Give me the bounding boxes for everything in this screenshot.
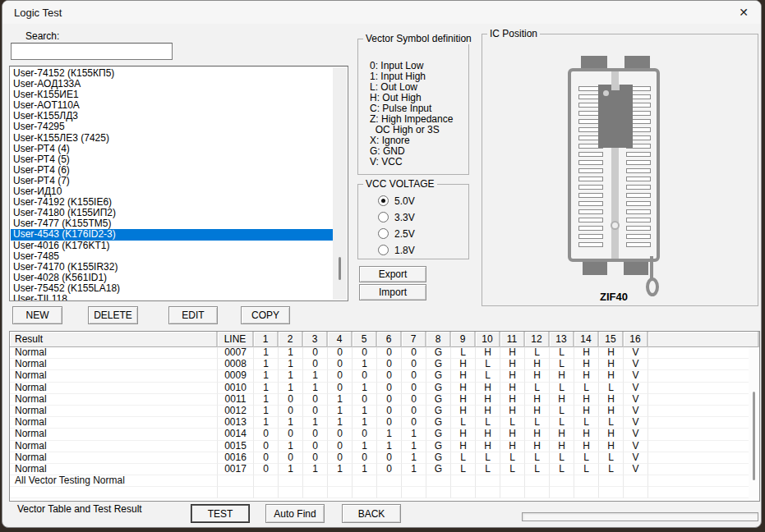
- radio-icon[interactable]: [378, 195, 389, 206]
- vector-cell: H: [599, 394, 624, 406]
- pin-slot: [626, 218, 651, 222]
- table-row[interactable]: Normal00140000011GHHHHHHHV: [10, 429, 759, 440]
- vcc-option[interactable]: 2.5V: [378, 228, 415, 239]
- result-cell: Normal: [10, 370, 218, 382]
- list-item[interactable]: User-75452 (K155LA18): [11, 283, 333, 294]
- test-button[interactable]: TEST: [191, 504, 250, 523]
- table-row[interactable]: Normal00081100100GHLHHLHHV: [10, 359, 759, 370]
- list-item[interactable]: User-4543 (K176ID2-3): [11, 229, 333, 240]
- column-header[interactable]: 1: [254, 332, 279, 347]
- list-item[interactable]: User-74170 (K155IR32): [11, 262, 333, 273]
- table-row[interactable]: Normal00160000001GLLLLLLLV: [10, 452, 759, 464]
- table-row[interactable]: All Vector Testing Normal: [10, 475, 759, 487]
- column-header[interactable]: 15: [599, 332, 624, 347]
- vector-cell: [550, 487, 574, 498]
- radio-icon[interactable]: [378, 228, 389, 239]
- column-header[interactable]: 11: [500, 332, 525, 347]
- close-icon[interactable]: ✕: [735, 3, 753, 21]
- list-item[interactable]: User-7477 (K155TM5): [11, 218, 333, 229]
- column-header[interactable]: 12: [525, 332, 550, 347]
- column-header[interactable]: 6: [377, 332, 402, 347]
- table-row[interactable]: Normal00121001100GHHHHLHHV: [10, 406, 759, 417]
- list-item[interactable]: User-7485: [11, 251, 333, 262]
- table-row[interactable]: Normal00111001000GHHHHHHHV: [10, 394, 759, 406]
- table-row[interactable]: Normal00170111101GLLLLLLLV: [10, 464, 759, 475]
- pin-slot: [578, 201, 603, 206]
- socket-tab: [581, 56, 607, 69]
- column-header[interactable]: 3: [303, 332, 328, 347]
- list-item[interactable]: User-74180 (К155ИП2): [11, 208, 333, 218]
- new-button[interactable]: NEW: [12, 306, 62, 324]
- list-item[interactable]: User-74192 (K155IE6): [11, 197, 333, 208]
- export-button[interactable]: Export: [359, 266, 426, 282]
- line-cell: 0017: [218, 464, 254, 475]
- line-cell: 0014: [218, 429, 254, 440]
- list-item[interactable]: User-4028 (K561ID1): [11, 273, 333, 283]
- import-button[interactable]: Import: [359, 284, 426, 300]
- vector-cell: 1: [402, 441, 426, 452]
- copy-button[interactable]: COPY: [241, 306, 290, 324]
- list-item[interactable]: User-РТ4 (6): [11, 165, 333, 176]
- vector-cell: G: [426, 417, 451, 429]
- list-item[interactable]: User-РТ4 (7): [11, 176, 333, 186]
- column-header[interactable]: LINE: [218, 332, 254, 347]
- list-item[interactable]: User-ИД10: [11, 186, 333, 197]
- list-item[interactable]: User-АОД133А: [11, 79, 333, 89]
- column-header[interactable]: 10: [476, 332, 500, 347]
- column-header[interactable]: Result: [10, 332, 218, 347]
- column-header[interactable]: 9: [451, 332, 476, 347]
- scrollbar-thumb[interactable]: [339, 257, 341, 280]
- device-list-scrollbar[interactable]: [333, 67, 347, 300]
- column-header[interactable]: 5: [353, 332, 377, 347]
- list-item[interactable]: User-TIL118: [11, 294, 333, 301]
- column-header[interactable]: 2: [279, 332, 303, 347]
- list-item[interactable]: User-К155ИЕ1: [11, 89, 333, 100]
- list-item[interactable]: User-РТ4 (4): [11, 144, 333, 154]
- table-row[interactable]: Normal00071100000GLHHLLHHV: [10, 347, 759, 359]
- vector-cell: H: [525, 359, 550, 370]
- search-input[interactable]: [11, 43, 173, 60]
- vector-cell: 0: [402, 359, 426, 370]
- vector-cell: 1: [402, 464, 426, 475]
- column-header[interactable]: 14: [574, 332, 599, 347]
- column-header[interactable]: 4: [328, 332, 353, 347]
- list-item[interactable]: User-К155ЛД3: [11, 111, 333, 122]
- vector-cell: [476, 475, 500, 487]
- table-row[interactable]: [10, 487, 759, 498]
- table-row[interactable]: Normal00150100111GHHHHHHHV: [10, 441, 759, 452]
- vcc-option[interactable]: 1.8V: [378, 245, 415, 255]
- vector-cell: H: [525, 370, 550, 382]
- column-header[interactable]: 8: [426, 332, 451, 347]
- column-header[interactable]: 13: [550, 332, 574, 347]
- delete-button[interactable]: DELETE: [88, 306, 138, 324]
- radio-icon[interactable]: [378, 245, 389, 255]
- vector-cell: 1: [303, 370, 328, 382]
- list-item[interactable]: User-74152 (К155КП5): [11, 68, 333, 79]
- table-row[interactable]: Normal00131111100GLLLLLLLV: [10, 417, 759, 429]
- list-item[interactable]: User-РТ4 (5): [11, 154, 333, 165]
- list-item[interactable]: User-4016 (K176KT1): [11, 241, 333, 251]
- vector-cell: 1: [254, 347, 279, 359]
- vector-cell: L: [525, 452, 550, 464]
- table-row[interactable]: Normal00101110100GHHHLLLLV: [10, 383, 759, 394]
- device-list[interactable]: User-74152 (К155КП5)User-АОД133АUser-К15…: [9, 66, 348, 301]
- vector-cell: L: [451, 417, 476, 429]
- vcc-option[interactable]: 3.3V: [378, 212, 415, 222]
- vector-cell: [574, 487, 599, 498]
- pin-slot: [578, 152, 603, 157]
- list-item[interactable]: User-74295: [11, 122, 333, 132]
- vcc-option[interactable]: 5.0V: [378, 195, 415, 206]
- column-header[interactable]: 16: [624, 332, 648, 347]
- result-table-scrollbar[interactable]: [749, 347, 759, 501]
- auto-find-button[interactable]: Auto Find: [265, 504, 325, 523]
- list-item[interactable]: User-К155ЛЕ3 (7425): [11, 133, 333, 144]
- column-header[interactable]: 7: [402, 332, 426, 347]
- list-item[interactable]: User-АОТ110А: [11, 100, 333, 111]
- scrollbar-thumb[interactable]: [753, 392, 755, 480]
- table-row[interactable]: Normal00091110000GHLHHHHHV: [10, 370, 759, 382]
- column-header[interactable]: [648, 332, 759, 347]
- radio-icon[interactable]: [378, 212, 389, 222]
- edit-button[interactable]: EDIT: [168, 306, 218, 324]
- back-button[interactable]: BACK: [342, 504, 401, 523]
- result-cell: Normal: [10, 417, 218, 429]
